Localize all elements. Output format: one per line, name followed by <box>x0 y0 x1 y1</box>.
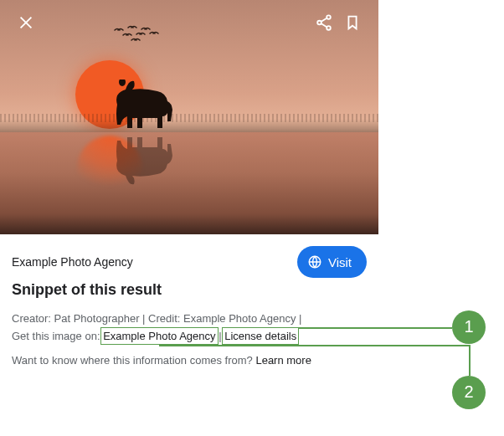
callout-1: 1 <box>452 310 486 344</box>
bookmark-button[interactable] <box>338 8 367 37</box>
get-image-label: Get this image on: <box>12 330 103 342</box>
close-icon <box>17 13 35 32</box>
globe-icon <box>307 254 322 269</box>
water-reflection <box>0 132 378 234</box>
hero-topbar <box>0 0 378 45</box>
creator-label: Creator: <box>12 312 54 325</box>
provider-link[interactable]: Example Photo Agency <box>103 330 215 342</box>
callout-line-2h <box>159 345 469 346</box>
want-text: Want to know where this information come… <box>12 354 255 367</box>
creator-value: Pat Photographer <box>54 312 140 325</box>
license-details-link[interactable]: License details <box>224 330 296 342</box>
credit-label: Credit: <box>148 312 183 325</box>
info-panel: Example Photo Agency Visit Snippet of th… <box>0 234 378 380</box>
svg-point-0 <box>119 80 126 86</box>
elephant-reflection <box>100 134 176 186</box>
image-result-card: Example Photo Agency Visit Snippet of th… <box>0 0 378 380</box>
share-button[interactable] <box>310 8 338 37</box>
source-name: Example Photo Agency <box>12 255 297 269</box>
share-icon <box>315 13 333 32</box>
hero-image <box>0 0 378 234</box>
result-snippet: Snippet of this result <box>12 281 367 299</box>
close-button[interactable] <box>12 8 40 37</box>
credit-value: Example Photo Agency <box>183 312 296 325</box>
visit-label: Visit <box>328 255 352 269</box>
visit-button[interactable]: Visit <box>297 246 367 278</box>
learn-more-link[interactable]: Learn more <box>255 354 311 367</box>
elephant-silhouette <box>100 80 176 131</box>
callout-2: 2 <box>452 376 486 409</box>
callout-line-2v <box>469 345 471 376</box>
info-header-row: Example Photo Agency Visit <box>12 246 367 278</box>
info-source-prompt: Want to know where this information come… <box>12 354 367 367</box>
callout-line-1 <box>299 327 452 329</box>
bookmark-icon <box>343 13 362 32</box>
